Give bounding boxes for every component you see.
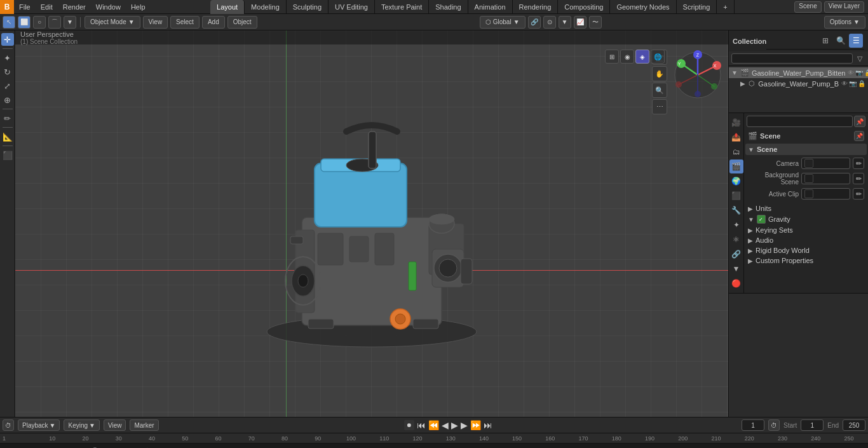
prev-frame-btn[interactable]: ⏪ — [428, 420, 439, 430]
next-keyframe-btn[interactable]: ▶ — [461, 420, 468, 430]
options-btn[interactable]: Options ▼ — [824, 16, 865, 29]
extra-select-icon[interactable]: ▼ — [64, 16, 76, 29]
active-clip-value[interactable] — [801, 188, 850, 200]
active-clip-edit-icon[interactable]: ✏ — [853, 188, 864, 200]
solid-mode-btn[interactable]: ◉ — [620, 50, 634, 64]
object-menu[interactable]: Object — [227, 16, 257, 29]
gravity-checkbox[interactable]: ✓ — [757, 215, 766, 224]
constraints-props-icon[interactable]: 🔗 — [729, 247, 743, 261]
outliner-view-icon[interactable]: ☰ — [849, 34, 863, 48]
current-frame-input[interactable]: 1 — [742, 419, 764, 431]
view-menu[interactable]: View — [143, 16, 168, 29]
workspace-animation[interactable]: Animation — [468, 0, 513, 14]
expand-arrow-0[interactable]: ▼ — [731, 69, 738, 76]
add-menu[interactable]: Add — [202, 16, 225, 29]
circle-select-icon[interactable]: ○ — [33, 16, 46, 29]
object-props-icon[interactable]: ⬛ — [729, 189, 743, 203]
outliner-item-1[interactable]: ▶ ⬡ Gasoline_Water_Pump_B 👁 📷 🔒 — [729, 78, 868, 89]
visibility-icon-1[interactable]: 👁 — [841, 80, 848, 87]
outliner-filter-btn[interactable]: ▽ — [854, 53, 865, 64]
units-section[interactable]: ▶ Units — [745, 203, 867, 214]
outliner-item-0[interactable]: ▼ 🎬 Gasoline_Water_Pump_Bitten 👁 📷 🔒 — [729, 67, 868, 78]
frame-numbers-bar[interactable]: 1 10 20 30 40 50 60 70 80 90 100 110 120… — [0, 433, 868, 443]
menu-render[interactable]: Render — [58, 0, 91, 14]
scale-tool[interactable]: ⤢ — [1, 79, 14, 92]
workspace-texture-paint[interactable]: Texture Paint — [375, 0, 429, 14]
world-props-icon[interactable]: 🌍 — [729, 174, 743, 188]
scene-props-icon[interactable]: 🎬 — [729, 160, 743, 173]
viewport-dots-btn[interactable]: ⋯ — [652, 99, 667, 114]
viewport-gizmo[interactable]: X Y Z — [672, 50, 723, 100]
marker-btn[interactable]: Marker — [130, 419, 158, 431]
graph2-icon[interactable]: 〜 — [589, 16, 602, 29]
particles-props-icon[interactable]: ✦ — [729, 218, 743, 232]
viewport-3d[interactable]: User Perspective (1) Scene Collection 📷 … — [15, 31, 728, 417]
transform-snap-icon[interactable]: 🔗 — [528, 16, 541, 29]
select-menu[interactable]: Select — [170, 16, 200, 29]
view-layer-selector[interactable]: View Layer — [824, 1, 864, 13]
scene-section-header[interactable]: ▼ Scene — [745, 144, 867, 155]
proportional-type-icon[interactable]: ▼ — [559, 16, 571, 29]
wireframe-mode-btn[interactable]: ⊞ — [605, 50, 619, 64]
visibility-icon-0[interactable]: 👁 — [848, 69, 854, 76]
transform-tool[interactable]: ⊕ — [1, 93, 14, 106]
physics-props-icon[interactable]: ⚛ — [729, 233, 743, 247]
gravity-section[interactable]: ▼ ✓ Gravity — [745, 214, 867, 225]
play-btn[interactable]: ▶ — [451, 420, 458, 430]
measure-tool[interactable]: 📐 — [1, 130, 14, 143]
timeline-view-btn[interactable]: View — [104, 419, 126, 431]
jump-start-btn[interactable]: ⏮ — [417, 420, 426, 430]
modifier-props-icon[interactable]: 🔧 — [729, 203, 743, 217]
cursor-tool[interactable]: ✛ — [1, 33, 14, 46]
record-btn[interactable]: ⏺ — [404, 420, 414, 430]
object-mode-dropdown[interactable]: Object Mode ▼ — [85, 16, 140, 29]
custom-props-section[interactable]: ▶ Custom Properties — [745, 255, 867, 266]
add-workspace-tab[interactable]: + — [717, 0, 734, 14]
transform-global[interactable]: ⬡ Global ▼ — [480, 16, 526, 29]
workspace-scripting[interactable]: Scripting — [677, 0, 717, 14]
annotate-tool[interactable]: ✏ — [1, 112, 14, 125]
output-props-icon[interactable]: 📤 — [729, 130, 743, 144]
camera-edit-icon[interactable]: ✏ — [853, 158, 864, 169]
workspace-layout[interactable]: Layout — [210, 0, 245, 14]
playback-btn[interactable]: Playback ▼ — [18, 419, 60, 431]
start-frame-input[interactable]: 1 — [801, 419, 824, 431]
clock-icon[interactable]: ⏱ — [768, 419, 780, 431]
workspace-modeling[interactable]: Modeling — [245, 0, 287, 14]
scene-selector[interactable]: Scene — [794, 1, 821, 13]
keying-btn[interactable]: Keying ▼ — [64, 419, 99, 431]
outliner-search-input[interactable] — [731, 53, 853, 64]
menu-help[interactable]: Help — [126, 0, 151, 14]
props-pin-icon[interactable]: 📌 — [854, 116, 865, 127]
view-layer-props-icon[interactable]: 🗂 — [729, 145, 743, 159]
add-object-tool[interactable]: ⬛ — [1, 149, 14, 161]
lock-icon-1[interactable]: 🔒 — [858, 80, 865, 87]
camera-value[interactable] — [801, 158, 850, 169]
workspace-shading[interactable]: Shading — [429, 0, 468, 14]
end-frame-input[interactable]: 250 — [843, 419, 865, 431]
workspace-sculpting[interactable]: Sculpting — [287, 0, 329, 14]
data-props-icon[interactable]: ▼ — [729, 262, 743, 276]
bg-scene-value[interactable] — [801, 173, 850, 184]
timeline-mode-btn[interactable]: ⏱ — [3, 419, 14, 431]
camera-icon-0[interactable]: 📷 — [855, 69, 863, 76]
keying-sets-section[interactable]: ▶ Keying Sets — [745, 225, 867, 235]
material-props-icon[interactable]: 🔴 — [729, 276, 743, 290]
material-mode-btn[interactable]: ◈ — [635, 50, 649, 64]
transform-select-icon[interactable]: ↖ — [3, 16, 15, 29]
proportional-edit-icon[interactable]: ⊙ — [543, 16, 556, 29]
graph-icon[interactable]: 📈 — [574, 16, 587, 29]
render-props-icon[interactable]: 🎥 — [729, 116, 743, 130]
menu-window[interactable]: Window — [91, 0, 126, 14]
props-scene-pin[interactable]: 📌 — [854, 131, 864, 141]
bg-scene-edit-icon[interactable]: ✏ — [853, 173, 864, 184]
workspace-compositing[interactable]: Compositing — [558, 0, 610, 14]
move-tool[interactable]: ✦ — [1, 51, 14, 64]
outliner-filter-icon[interactable]: ⊞ — [818, 34, 832, 48]
workspace-uv-editing[interactable]: UV Editing — [329, 0, 375, 14]
rigid-body-section[interactable]: ▶ Rigid Body World — [745, 245, 867, 255]
workspace-geometry-nodes[interactable]: Geometry Nodes — [610, 0, 676, 14]
outliner-search-icon[interactable]: 🔍 — [834, 34, 848, 48]
props-search-input[interactable] — [747, 116, 853, 127]
prev-keyframe-btn[interactable]: ◀ — [442, 420, 449, 430]
